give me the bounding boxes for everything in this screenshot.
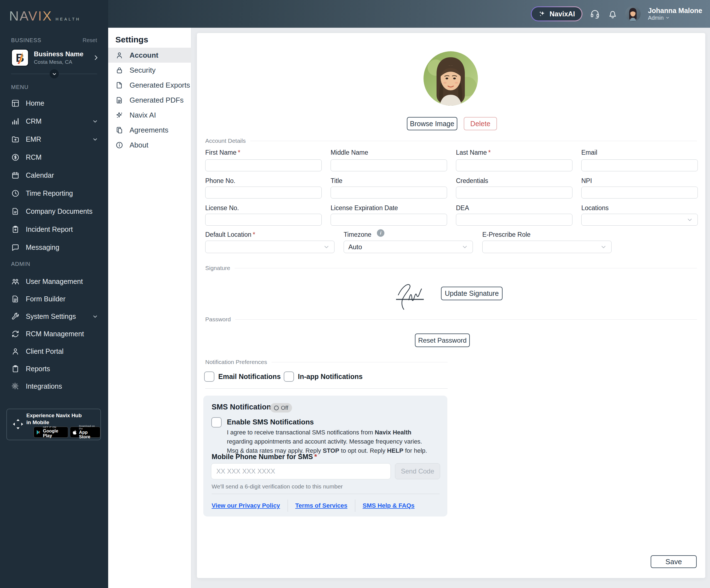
calendar-icon xyxy=(11,171,20,180)
collapse-business-button[interactable] xyxy=(50,69,59,78)
sidebar-item-rcm[interactable]: RCM xyxy=(0,148,108,166)
user-avatar[interactable] xyxy=(625,6,641,22)
license-no-input[interactable] xyxy=(205,214,322,226)
title-label: Title xyxy=(331,177,342,185)
business-section-label: BUSINESS xyxy=(11,37,41,44)
settings-tab-account[interactable]: Account xyxy=(108,48,191,63)
sidebar-item-form-builder[interactable]: Form Builder xyxy=(0,290,108,308)
email-notifications-checkbox[interactable] xyxy=(204,371,214,382)
update-signature-button[interactable]: Update Signature xyxy=(441,287,502,300)
settings-tab-generated-pdfs[interactable]: Generated PDFs xyxy=(108,93,191,107)
browse-image-button[interactable]: Browse Image xyxy=(407,117,457,130)
status-ring-icon xyxy=(274,406,279,410)
delete-image-button[interactable]: Delete xyxy=(464,117,497,130)
eprescribe-select[interactable] xyxy=(482,241,612,253)
sidebar-item-client-portal[interactable]: Client Portal xyxy=(0,343,108,360)
reset-password-button[interactable]: Reset Password xyxy=(415,334,470,347)
app-store-badge[interactable]: Download on the App Store xyxy=(70,427,100,438)
sidebar-item-messaging[interactable]: Messaging xyxy=(0,239,108,256)
chevron-right-icon xyxy=(93,54,99,61)
credentials-input[interactable] xyxy=(456,187,572,198)
dollar-circle-icon xyxy=(11,153,20,162)
google-play-badge[interactable]: GET IT ON Google Play xyxy=(33,427,68,438)
sidebar-item-integrations[interactable]: Integrations xyxy=(0,377,108,395)
notifications-bell-icon[interactable] xyxy=(607,8,618,19)
chevron-down-icon xyxy=(462,244,468,250)
sidebar-item-calendar[interactable]: Calendar xyxy=(0,166,108,185)
privacy-policy-link[interactable]: View our Privacy Policy xyxy=(212,502,280,509)
refresh-icon xyxy=(11,329,20,338)
sidebar-item-home[interactable]: Home xyxy=(0,94,108,112)
sidebar-item-reports[interactable]: Reports xyxy=(0,360,108,377)
save-button[interactable]: Save xyxy=(650,555,697,568)
navixai-button[interactable]: NavixAI xyxy=(531,6,583,21)
support-headset-icon[interactable] xyxy=(590,8,600,19)
divider xyxy=(205,388,448,389)
phone-input[interactable] xyxy=(205,187,322,198)
business-reset-link[interactable]: Reset xyxy=(82,37,97,44)
settings-tab-agreements[interactable]: Agreements xyxy=(108,123,191,138)
move-arrows-icon xyxy=(12,418,24,430)
sms-help-faqs-link[interactable]: SMS Help & FAQs xyxy=(363,502,415,509)
menu-section-label: MENU xyxy=(11,84,28,90)
title-input[interactable] xyxy=(331,187,447,198)
email-input[interactable] xyxy=(581,160,698,171)
chevron-down-icon xyxy=(92,137,98,143)
first-name-input[interactable] xyxy=(205,160,322,171)
middle-name-label: Middle Name xyxy=(331,149,368,156)
license-expiration-input[interactable] xyxy=(331,214,447,226)
sidebar-item-crm[interactable]: CRM xyxy=(0,112,108,130)
sms-title: SMS Notifications xyxy=(212,403,276,411)
default-location-select[interactable] xyxy=(205,241,334,253)
settings-tab-security[interactable]: Security xyxy=(108,63,191,78)
business-selector[interactable]: B Business Name Costa Mesa, CA xyxy=(11,49,99,67)
inapp-notifications-checkbox[interactable] xyxy=(284,371,294,382)
sparkle-icon xyxy=(115,111,123,119)
send-code-button[interactable]: Send Code xyxy=(395,463,440,479)
timezone-select[interactable]: Auto xyxy=(344,241,473,253)
chevron-down-icon xyxy=(600,244,607,250)
npi-label: NPI xyxy=(581,177,592,185)
account-details-section-header: Account Details xyxy=(205,138,697,144)
person-icon xyxy=(11,347,20,356)
document-icon xyxy=(11,207,20,216)
folder-plus-icon xyxy=(11,135,20,144)
npi-input[interactable] xyxy=(581,187,698,198)
sidebar-item-incident-report[interactable]: Incident Report xyxy=(0,220,108,239)
sidebar-item-emr[interactable]: EMR xyxy=(0,130,108,148)
sidebar-item-time-reporting[interactable]: Time Reporting xyxy=(0,185,108,202)
info-icon xyxy=(115,141,123,149)
apple-icon xyxy=(73,430,77,435)
license-no-label: License No. xyxy=(205,204,239,212)
enable-sms-checkbox[interactable] xyxy=(211,417,221,427)
settings-nav-panel: Settings Account Security Generated Expo… xyxy=(108,28,191,588)
clipboard-icon xyxy=(11,365,20,373)
divider xyxy=(250,141,697,141)
sms-notifications-panel: SMS Notifications Off Enable SMS Notific… xyxy=(203,396,447,516)
email-notifications-label: Email Notifications xyxy=(218,371,281,382)
sidebar-item-system-settings[interactable]: System Settings xyxy=(0,308,108,325)
settings-tab-generated-exports[interactable]: Generated Exports xyxy=(108,78,191,93)
sidebar-item-company-documents[interactable]: Company Documents xyxy=(0,202,108,220)
timezone-label: Timezone xyxy=(344,231,371,239)
timezone-info-icon[interactable]: i xyxy=(377,229,384,237)
admin-section-label: ADMIN xyxy=(11,261,30,267)
google-play-icon xyxy=(36,430,41,435)
home-icon xyxy=(11,99,20,107)
user-role-menu[interactable]: Admin xyxy=(648,15,702,21)
divider xyxy=(235,319,697,320)
last-name-input[interactable] xyxy=(456,160,572,171)
business-name: Business Name xyxy=(34,50,93,58)
sms-phone-input[interactable] xyxy=(211,463,391,479)
dea-input[interactable] xyxy=(456,214,572,226)
middle-name-input[interactable] xyxy=(331,160,447,171)
locations-select[interactable] xyxy=(581,214,698,226)
settings-tab-navix-ai[interactable]: Navix AI xyxy=(108,107,191,123)
sidebar-item-rcm-management[interactable]: RCM Management xyxy=(0,325,108,343)
settings-tab-about[interactable]: About xyxy=(108,138,191,152)
terms-of-services-link[interactable]: Terms of Services xyxy=(295,502,348,509)
chevron-down-icon xyxy=(92,118,98,124)
sms-agreement-text: I agree to receive transactional SMS not… xyxy=(227,428,432,455)
signature-section-header: Signature xyxy=(205,265,697,271)
sidebar-item-user-management[interactable]: User Management xyxy=(0,273,108,290)
